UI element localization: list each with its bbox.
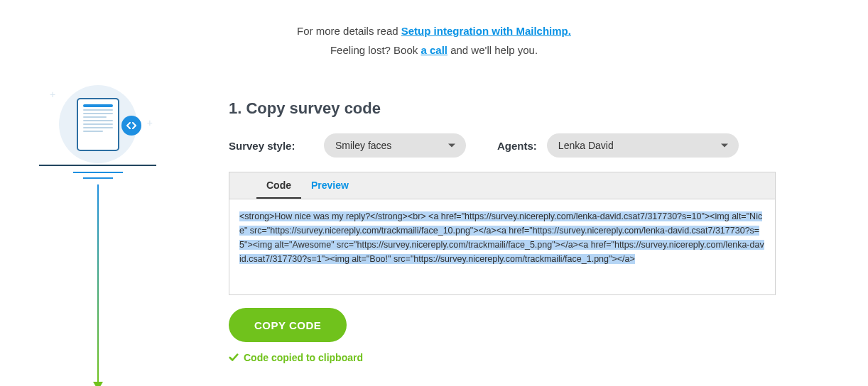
code-panel-tabs: Code Preview	[229, 172, 775, 199]
copy-confirmation: Code copied to clipboard	[229, 352, 776, 363]
header-help-text: For more details read Setup integration …	[0, 0, 868, 60]
illustration-baseline	[39, 165, 156, 166]
section-title: 1. Copy survey code	[229, 99, 776, 118]
copy-confirmation-text: Code copied to clipboard	[244, 352, 363, 363]
copy-code-button[interactable]: COPY CODE	[229, 308, 347, 342]
chevron-down-icon	[448, 144, 455, 148]
agents-value: Lenka David	[558, 140, 614, 151]
main-content: 1. Copy survey code Survey style: Smiley…	[229, 99, 776, 363]
tab-code[interactable]: Code	[256, 172, 301, 199]
book-call-link[interactable]: a call	[421, 44, 447, 56]
header-prefix: For more details read	[297, 25, 401, 37]
mailchimp-setup-link[interactable]: Setup integration with Mailchimp.	[401, 25, 571, 37]
agents-label: Agents:	[497, 140, 537, 152]
illustration-underline	[83, 177, 113, 179]
flow-arrow-head-icon	[93, 382, 103, 386]
tab-preview[interactable]: Preview	[301, 172, 359, 199]
sparkle-icon: +	[147, 117, 153, 128]
illustration-underline	[73, 172, 123, 173]
code-snippet-area[interactable]: <strong>How nice was my reply?</strong><…	[229, 199, 775, 294]
illustration-circle	[59, 85, 137, 163]
survey-style-select[interactable]: Smiley faces	[324, 133, 466, 158]
survey-style-label: Survey style:	[229, 140, 314, 152]
document-mockup-icon	[77, 98, 119, 151]
header-line2-suffix: and we'll help you.	[450, 44, 538, 56]
code-snippet-text: <strong>How nice was my reply?</strong><…	[239, 211, 764, 264]
step-illustration: + +	[39, 85, 156, 386]
code-panel: Code Preview <strong>How nice was my rep…	[229, 172, 776, 295]
flow-arrow-line	[97, 184, 99, 383]
check-icon	[229, 353, 239, 363]
header-line2-prefix: Feeling lost? Book	[330, 44, 421, 56]
survey-style-value: Smiley faces	[335, 140, 391, 151]
agents-select[interactable]: Lenka David	[547, 133, 739, 158]
chevron-down-icon	[721, 144, 728, 148]
code-badge-icon	[121, 116, 141, 136]
sparkle-icon: +	[50, 89, 55, 100]
controls-row: Survey style: Smiley faces Agents: Lenka…	[229, 133, 776, 158]
